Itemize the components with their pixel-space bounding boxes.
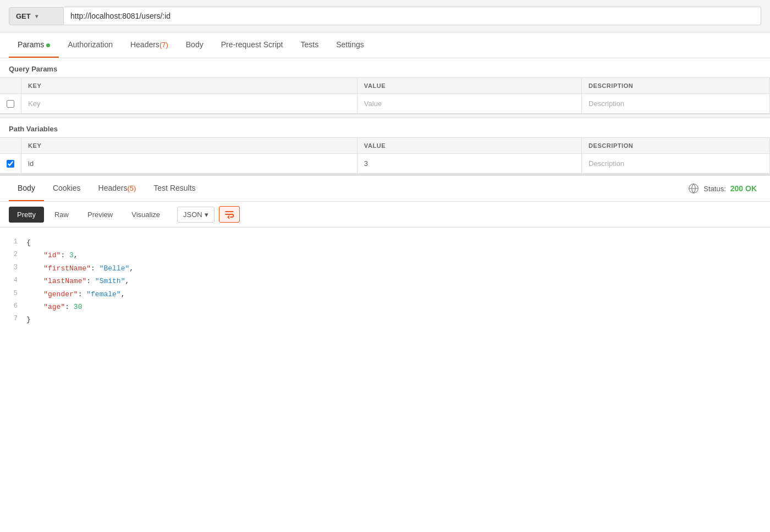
format-type-dropdown[interactable]: JSON ▾ <box>177 207 215 223</box>
query-key-col-header: KEY <box>21 78 358 94</box>
tab-headers[interactable]: Headers(7) <box>122 32 177 58</box>
response-tab-body[interactable]: Body <box>9 176 44 201</box>
request-tabs: Params Authorization Headers(7) Body Pre… <box>0 32 770 58</box>
method-select[interactable]: GET ▾ <box>9 7 64 25</box>
status-label: Status: <box>703 185 725 193</box>
status-code: 200 OK <box>730 184 757 193</box>
code-line-3: 3 "firstName": "Belle", <box>0 262 770 275</box>
code-line-7: 7 } <box>0 313 770 326</box>
query-row-checkbox[interactable] <box>7 100 14 108</box>
format-raw-button[interactable]: Raw <box>46 207 77 223</box>
path-value-value: 3 <box>364 159 368 168</box>
method-label: GET <box>16 12 31 20</box>
status-area: Status: 200 OK <box>688 183 761 194</box>
tab-params[interactable]: Params <box>9 32 59 58</box>
globe-icon <box>688 183 699 194</box>
code-line-5: 5 "gender": "female", <box>0 288 770 301</box>
response-section: Body Cookies Headers(5) Test Results Sta… <box>0 174 770 335</box>
query-desc-placeholder: Description <box>588 99 624 108</box>
wrap-button[interactable] <box>219 206 240 223</box>
format-pretty-button[interactable]: Pretty <box>9 207 44 223</box>
url-input[interactable] <box>64 7 761 25</box>
path-value-col-header: VALUE <box>357 138 581 154</box>
format-preview-button[interactable]: Preview <box>79 207 121 223</box>
format-bar: Pretty Raw Preview Visualize JSON ▾ <box>0 202 770 228</box>
response-tab-testresults[interactable]: Test Results <box>145 176 204 201</box>
tab-authorization[interactable]: Authorization <box>59 32 122 58</box>
path-key-value: id <box>28 159 34 168</box>
response-tab-headers[interactable]: Headers(5) <box>90 176 145 201</box>
response-tabs: Body Cookies Headers(5) Test Results Sta… <box>0 176 770 202</box>
path-variable-row: id 3 Description <box>0 154 770 174</box>
tab-prerequest[interactable]: Pre-request Script <box>212 32 292 58</box>
response-code-area: 1 { 2 "id": 3, 3 "firstName": "Belle", 4… <box>0 228 770 335</box>
response-tab-cookies[interactable]: Cookies <box>44 176 90 201</box>
path-desc-col-header: DESCRIPTION <box>582 138 770 154</box>
params-dot <box>46 43 50 47</box>
query-params-empty-row: Key Value Description <box>0 94 770 114</box>
method-chevron-icon: ▾ <box>35 13 38 19</box>
tab-body[interactable]: Body <box>177 32 212 58</box>
format-visualize-button[interactable]: Visualize <box>123 207 168 223</box>
path-variables-header: Path Variables <box>0 118 770 137</box>
code-line-4: 4 "lastName": "Smith", <box>0 275 770 287</box>
section-divider <box>0 114 770 118</box>
query-value-col-header: VALUE <box>357 78 581 94</box>
code-line-6: 6 "age": 30 <box>0 301 770 313</box>
query-params-header: Query Params <box>0 58 770 77</box>
path-variables-table: KEY VALUE DESCRIPTION id 3 Description <box>0 137 770 174</box>
tab-tests[interactable]: Tests <box>292 32 328 58</box>
query-desc-col-header: DESCRIPTION <box>582 78 770 94</box>
path-checkbox-col-header <box>0 138 21 154</box>
query-key-placeholder: Key <box>28 99 40 108</box>
path-desc-value: Description <box>588 159 624 168</box>
wrap-icon <box>224 209 235 220</box>
query-checkbox-col-header <box>0 78 21 94</box>
url-bar: GET ▾ <box>0 0 770 32</box>
query-params-table: KEY VALUE DESCRIPTION Key Value Descript… <box>0 77 770 114</box>
path-key-col-header: KEY <box>21 138 358 154</box>
query-value-placeholder: Value <box>364 99 382 108</box>
code-line-1: 1 { <box>0 236 770 249</box>
code-line-2: 2 "id": 3, <box>0 249 770 262</box>
tab-settings[interactable]: Settings <box>327 32 373 58</box>
path-row-checkbox[interactable] <box>7 160 14 168</box>
